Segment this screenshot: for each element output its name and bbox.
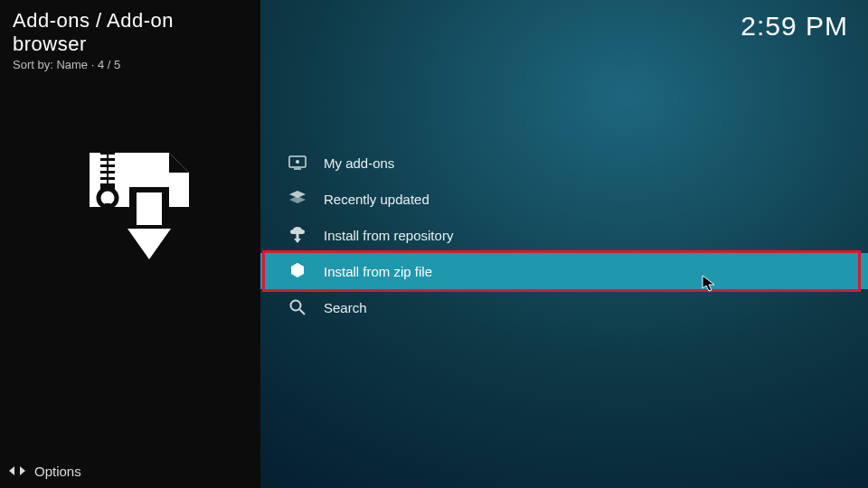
search-icon: [288, 297, 307, 317]
sort-line: Sort by: Name · 4 / 5: [13, 58, 248, 71]
sort-value: Name: [56, 58, 88, 71]
svg-point-21: [296, 160, 299, 164]
svg-rect-24: [297, 234, 299, 239]
svg-marker-25: [294, 239, 301, 243]
svg-line-29: [300, 310, 306, 315]
svg-rect-14: [137, 192, 162, 225]
svg-rect-10: [108, 180, 115, 183]
menu-item-label: My add-ons: [324, 155, 394, 171]
svg-rect-2: [108, 155, 115, 158]
menu-item-label: Search: [324, 300, 367, 315]
menu-item-install-repository[interactable]: Install from repository: [260, 217, 868, 253]
my-addons-icon: [288, 153, 307, 173]
svg-marker-17: [9, 466, 14, 475]
list-position: 4 / 5: [98, 58, 120, 71]
options-arrows-icon: [9, 463, 25, 479]
main-panel: 2:59 PM My add-ons Recently updated: [260, 0, 868, 488]
menu-item-label: Recently updated: [324, 192, 429, 207]
sidebar: Add-ons / Add-on browser Sort by: Name ·…: [0, 0, 260, 488]
svg-rect-4: [108, 161, 115, 164]
svg-rect-5: [100, 167, 107, 171]
svg-rect-8: [108, 174, 115, 177]
svg-rect-12: [105, 203, 110, 212]
menu-item-install-zip[interactable]: Install from zip file: [260, 253, 868, 289]
svg-rect-1: [100, 155, 107, 158]
header: Add-ons / Add-on browser Sort by: Name ·…: [0, 0, 260, 75]
menu-item-search[interactable]: Search: [260, 289, 868, 325]
options-label: Options: [34, 464, 81, 479]
menu-item-recently-updated[interactable]: Recently updated: [260, 181, 868, 217]
svg-rect-7: [100, 174, 107, 177]
clock: 2:59 PM: [741, 11, 848, 42]
svg-rect-6: [108, 167, 115, 171]
svg-point-28: [291, 301, 301, 311]
svg-marker-23: [289, 196, 306, 203]
menu-item-label: Install from zip file: [324, 264, 432, 279]
category-graphic: [0, 147, 260, 274]
recently-updated-icon: [288, 189, 307, 209]
svg-rect-9: [100, 180, 107, 183]
menu-item-label: Install from repository: [324, 228, 453, 243]
addon-menu: My add-ons Recently updated Install from…: [260, 145, 868, 325]
options-button[interactable]: Options: [9, 463, 81, 479]
menu-item-my-addons[interactable]: My add-ons: [260, 145, 868, 181]
sort-label: Sort by:: [13, 58, 53, 71]
breadcrumb: Add-ons / Add-on browser: [13, 9, 248, 56]
svg-rect-3: [100, 161, 107, 164]
svg-marker-18: [20, 466, 25, 475]
install-repo-icon: [288, 225, 307, 245]
zip-download-icon: [62, 147, 198, 274]
install-zip-icon: [288, 261, 307, 281]
